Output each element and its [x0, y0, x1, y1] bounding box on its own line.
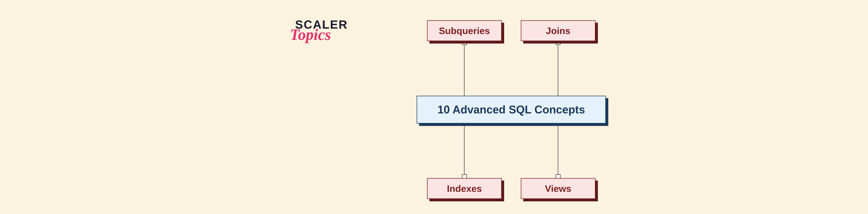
diagram-canvas: SCALER Topics Subqueries Joins 10 Advanc… [295, 12, 746, 202]
connector-line [464, 41, 465, 96]
node-subqueries: Subqueries [427, 20, 502, 41]
connector-line [558, 41, 558, 96]
node-label: Indexes [447, 183, 482, 194]
node-center-title: 10 Advanced SQL Concepts [416, 96, 606, 123]
connector-line [558, 123, 558, 178]
node-indexes: Indexes [427, 178, 502, 199]
node-label: Views [545, 183, 571, 194]
node-label: Joins [546, 25, 570, 36]
node-label: Subqueries [439, 25, 490, 36]
node-joins: Joins [521, 20, 595, 41]
center-title-label: 10 Advanced SQL Concepts [437, 103, 585, 116]
node-views: Views [521, 178, 595, 199]
connector-line [464, 123, 465, 178]
scaler-topics-logo: SCALER Topics [295, 19, 348, 42]
